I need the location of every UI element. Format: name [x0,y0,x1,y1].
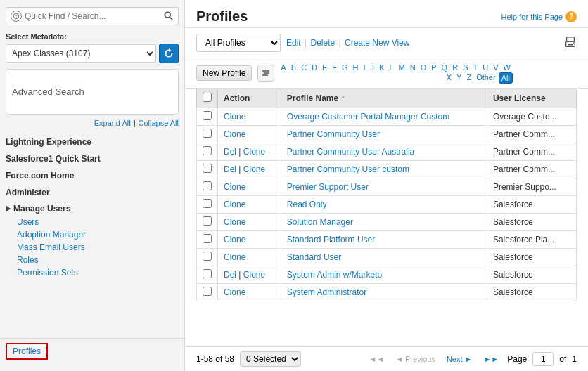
new-profile-button[interactable]: New Profile [196,65,252,81]
expand-all-link[interactable]: Expand All [94,119,131,127]
row-checkbox[interactable] [203,129,212,138]
sidebar-item-mass-email-users[interactable]: Mass Email Users [0,241,184,254]
delete-view-link[interactable]: Delete [310,38,335,48]
row-profile-name-cell: System Admin w/Marketo [281,266,487,284]
action-clone-link[interactable]: Clone [224,235,245,245]
alpha-E[interactable]: E [320,63,329,72]
alpha-R[interactable]: R [450,63,460,72]
sidebar-item-users[interactable]: Users [0,216,184,228]
sidebar-item-salesforce1-quick-start[interactable]: Salesforce1 Quick Start [0,150,184,167]
alpha-B[interactable]: B [289,63,298,72]
sort-icon-button[interactable] [257,65,274,82]
sidebar-item-profiles[interactable]: Profiles [6,343,48,360]
sidebar-item-roles[interactable]: Roles [0,254,184,266]
action-clone-link[interactable]: Clone [224,252,245,262]
alpha-T[interactable]: T [471,63,480,72]
manage-users-header[interactable]: Manage Users [0,202,184,216]
sidebar-item-lightning-experience[interactable]: Lightning Experience [0,133,184,150]
alpha-S[interactable]: S [461,63,470,72]
last-page-button[interactable]: ►► [480,353,501,365]
profile-name-link[interactable]: Solution Manager [287,217,353,227]
row-checkbox[interactable] [203,146,212,155]
prev-page-button[interactable]: ◄ Previous [392,353,438,365]
page-number-input[interactable] [532,352,554,366]
action-clone-link[interactable]: Clone [243,270,265,280]
row-checkbox[interactable] [203,181,212,190]
alpha-C[interactable]: C [299,63,309,72]
row-checkbox[interactable] [203,287,212,296]
action-clone-link[interactable]: Clone [224,200,245,209]
quick-find-input[interactable] [25,11,164,21]
edit-view-link[interactable]: Edit [286,38,301,48]
metadata-select[interactable]: Apex Classes (3107) [6,44,156,63]
alpha-W[interactable]: W [501,63,513,72]
selected-count-select[interactable]: 0 Selected [240,351,301,367]
action-del-link[interactable]: Del [224,147,236,157]
help-link[interactable]: Help for this Page ? [501,11,577,22]
profile-name-link[interactable]: Standard Platform User [287,235,375,245]
profile-name-link[interactable]: Partner Community User Australia [287,147,414,157]
action-clone-link[interactable]: Clone [243,147,265,157]
alpha-V[interactable]: V [491,63,500,72]
profile-name-link[interactable]: Partner Community User custom [287,164,409,174]
next-page-button[interactable]: Next ► [444,353,475,365]
alpha-P[interactable]: P [429,63,438,72]
row-checkbox[interactable] [203,269,212,278]
alpha-J[interactable]: J [369,63,377,72]
view-select[interactable]: All Profiles [196,34,281,52]
alpha-X[interactable]: X [445,72,454,84]
alpha-A[interactable]: A [279,63,288,72]
alpha-N[interactable]: N [408,63,418,72]
refresh-button[interactable] [159,44,179,63]
header-profile-name[interactable]: Profile Name ↑ [281,89,487,108]
print-button[interactable] [564,36,577,51]
sidebar-item-adoption-manager[interactable]: Adoption Manager [0,228,184,241]
alpha-O[interactable]: O [418,63,429,72]
alpha-M[interactable]: M [397,63,407,72]
row-checkbox[interactable] [203,164,212,173]
profile-name-link[interactable]: System Administrator [287,287,366,297]
alpha-Z[interactable]: Z [464,72,473,84]
alpha-All[interactable]: All [499,72,513,84]
row-action-cell: Del | Clone [218,266,281,284]
alpha-I[interactable]: I [362,63,368,72]
row-checkbox[interactable] [203,234,212,243]
sidebar-item-force-home[interactable]: Force.com Home [0,167,184,183]
action-clone-link[interactable]: Clone [224,287,245,297]
alpha-D[interactable]: D [309,63,319,72]
alpha-L[interactable]: L [387,63,395,72]
profile-name-link[interactable]: System Admin w/Marketo [287,270,382,280]
action-clone-link[interactable]: Clone [224,129,245,139]
profile-name-link[interactable]: Partner Community User [287,129,380,139]
select-all-checkbox[interactable] [203,93,212,102]
action-del-link[interactable]: Del [224,270,236,280]
alpha-G[interactable]: G [340,63,350,72]
row-checkbox[interactable] [203,199,212,208]
action-del-link[interactable]: Del [224,164,236,174]
advanced-search-box[interactable]: Advanced Search [6,69,179,115]
alpha-F[interactable]: F [330,63,339,72]
alpha-K[interactable]: K [377,63,386,72]
row-checkbox[interactable] [203,252,212,261]
alpha-Other[interactable]: Other [474,72,498,84]
create-view-link[interactable]: Create New View [345,38,409,48]
action-clone-link[interactable]: Clone [224,182,245,192]
collapse-all-link[interactable]: Collapse All [139,119,179,127]
profile-name-link[interactable]: Read Only [287,200,327,209]
profile-name-link[interactable]: Standard User [287,252,341,262]
profile-name-link[interactable]: Premier Support User [287,182,369,192]
search-bar[interactable]: ? [6,7,179,25]
action-clone-link[interactable]: Clone [224,217,245,227]
alpha-H[interactable]: H [351,63,361,72]
alpha-Q[interactable]: Q [440,63,450,72]
alpha-U[interactable]: U [480,63,490,72]
row-checkbox[interactable] [203,216,212,226]
sidebar-item-administer[interactable]: Administer [0,183,184,200]
row-checkbox[interactable] [203,111,212,120]
action-clone-link[interactable]: Clone [243,164,265,174]
first-page-button[interactable]: ◄◄ [366,353,387,365]
alpha-Y[interactable]: Y [454,72,464,84]
sidebar-item-permission-sets[interactable]: Permission Sets [0,266,184,279]
profile-name-link[interactable]: Overage Customer Portal Manager Custom [287,112,449,122]
action-clone-link[interactable]: Clone [224,112,245,122]
